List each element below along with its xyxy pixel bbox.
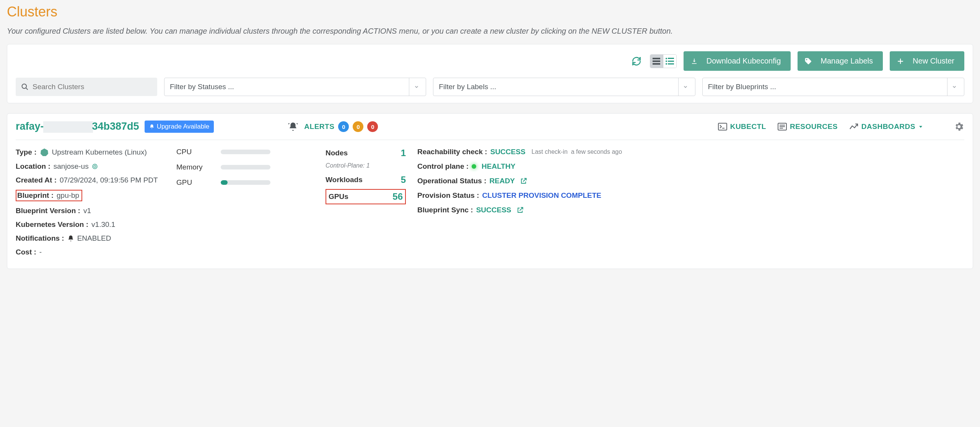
notifications-row: Notifications : ENABLED	[16, 234, 165, 243]
meters-col: CPU Memory GPU	[176, 148, 314, 262]
blueprint-key: Blueprint :	[17, 191, 54, 200]
cost-value: -	[39, 248, 42, 256]
svg-rect-6	[668, 60, 674, 62]
caret-down-icon	[918, 124, 923, 129]
plus-icon	[897, 58, 904, 65]
dashboards-link[interactable]: DASHBOARDS	[849, 122, 923, 131]
terminal-icon	[718, 123, 727, 130]
gpus-key: GPUs	[329, 192, 348, 201]
resources-icon	[778, 123, 787, 130]
cost-key: Cost :	[16, 248, 36, 256]
cluster-card: rafay-34b387d5 Upgrade Available ALERTS …	[7, 113, 973, 269]
gpu-meter-label: GPU	[176, 178, 207, 187]
alerts-error-count[interactable]: 0	[367, 121, 378, 132]
alerts-info-count[interactable]: 0	[338, 121, 349, 132]
cluster-settings-button[interactable]	[954, 121, 964, 132]
manage-labels-label: Manage Labels	[820, 57, 873, 65]
type-key: Type :	[16, 148, 37, 156]
created-row: Created At : 07/29/2024, 09:19:56 PM PDT	[16, 176, 165, 184]
blueprint-sync-value: SUCCESS	[476, 206, 511, 214]
resources-link[interactable]: RESOURCES	[778, 122, 838, 131]
refresh-icon	[632, 56, 641, 66]
cost-row: Cost : -	[16, 248, 165, 256]
download-kubeconfig-button[interactable]: Download Kubeconfig	[684, 51, 791, 71]
cluster-name-suffix: 34b387d5	[92, 121, 139, 132]
created-key: Created At :	[16, 176, 57, 184]
svg-rect-9	[692, 63, 697, 64]
new-cluster-button[interactable]: New Cluster	[890, 51, 964, 71]
search-clusters-input[interactable]	[29, 83, 152, 91]
nodes-value: 1	[401, 148, 406, 158]
provision-status-key: Provision Status :	[417, 191, 479, 200]
svg-point-12	[22, 84, 27, 89]
cluster-name-link[interactable]: rafay-34b387d5	[16, 121, 139, 133]
svg-rect-14	[718, 123, 727, 130]
filter-labels-label: Filter by Labels ...	[439, 83, 496, 91]
blueprint-value: gpu-bp	[57, 191, 79, 200]
dashboards-label: DASHBOARDS	[861, 122, 915, 131]
list-icon	[666, 58, 674, 65]
filter-labels-select[interactable]: Filter by Labels ...	[433, 78, 695, 96]
control-plane-key: Control plane :	[417, 162, 469, 171]
last-checkin: Last check-in a few seconds ago	[532, 148, 622, 155]
gpu-meter	[221, 180, 270, 185]
memory-meter-row: Memory	[176, 163, 314, 171]
operational-status-value: READY	[490, 177, 515, 185]
tag-icon	[804, 57, 812, 65]
cpu-meter-label: CPU	[176, 148, 207, 156]
status-dot-icon	[472, 164, 476, 169]
filter-blueprints-select[interactable]: Filter by Blueprints ...	[702, 78, 964, 96]
blueprint-version-value: v1	[83, 207, 91, 215]
alerts-section: ALERTS 0 0 0	[288, 121, 378, 132]
svg-point-7	[666, 63, 667, 65]
gpus-stat: GPUs 56	[326, 189, 406, 204]
download-kubeconfig-label: Download Kubeconfig	[707, 57, 781, 65]
external-link-icon[interactable]	[517, 207, 524, 214]
cluster-card-header: rafay-34b387d5 Upgrade Available ALERTS …	[16, 121, 964, 140]
manage-labels-button[interactable]: Manage Labels	[798, 51, 883, 71]
gpu-meter-row: GPU	[176, 178, 314, 187]
grid-icon	[653, 58, 660, 65]
location-row: Location : sanjose-us	[16, 162, 165, 171]
search-icon	[21, 83, 29, 91]
external-link-icon[interactable]	[520, 178, 527, 184]
type-value: Upstream Kubernetes (Linux)	[52, 148, 147, 156]
provision-status-row: Provision Status : CLUSTER PROVISION COM…	[417, 191, 964, 200]
alerts-warn-count[interactable]: 0	[353, 121, 363, 132]
svg-rect-2	[653, 63, 660, 65]
blueprint-row: Blueprint : gpu-bp	[16, 190, 82, 201]
view-toggle	[650, 54, 677, 68]
stats-col: Nodes 1 Control-Plane: 1 Workloads 5 GPU…	[326, 148, 406, 262]
search-clusters-box[interactable]	[16, 78, 157, 96]
k8s-version-value: v1.30.1	[91, 220, 115, 229]
operational-status-key: Operational Status :	[417, 177, 487, 185]
chevron-down-icon	[409, 78, 423, 96]
workloads-key: Workloads	[326, 176, 363, 184]
cluster-name-prefix: rafay-	[16, 121, 44, 132]
kubectl-label: KUBECTL	[730, 122, 766, 131]
memory-meter-label: Memory	[176, 163, 207, 171]
cpu-meter-row: CPU	[176, 148, 314, 156]
reachability-key: Reachability check :	[417, 148, 487, 156]
new-cluster-label: New Cluster	[913, 57, 954, 65]
trend-icon	[849, 123, 858, 130]
view-list-button[interactable]	[663, 55, 676, 68]
refresh-button[interactable]	[630, 55, 643, 68]
type-row: Type : Upstream Kubernetes (Linux)	[16, 148, 165, 157]
blueprint-version-key: Blueprint Version :	[16, 207, 80, 215]
page-subtitle: Your configured Clusters are listed belo…	[7, 27, 973, 36]
upgrade-available-badge[interactable]: Upgrade Available	[145, 121, 214, 133]
bell-ring-icon	[288, 122, 298, 132]
filter-status-select[interactable]: Filter by Statuses ...	[164, 78, 426, 96]
kubectl-link[interactable]: KUBECTL	[718, 122, 766, 131]
chevron-down-icon	[678, 78, 693, 96]
kubernetes-icon	[40, 148, 49, 157]
svg-line-13	[26, 88, 28, 90]
k8s-version-row: Kubernetes Version : v1.30.1	[16, 220, 165, 229]
view-grid-button[interactable]	[650, 55, 663, 68]
toolbar-row: Download Kubeconfig Manage Labels New Cl…	[16, 51, 964, 71]
created-value: 07/29/2024, 09:19:56 PM PDT	[60, 176, 158, 184]
page-title: Clusters	[7, 4, 973, 20]
svg-point-22	[94, 165, 96, 167]
reachability-value: SUCCESS	[490, 148, 526, 156]
